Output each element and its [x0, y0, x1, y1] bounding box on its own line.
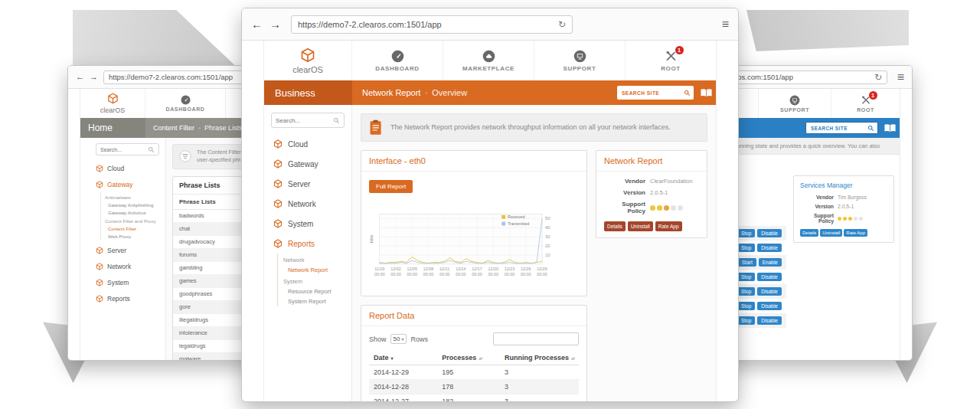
stop-button[interactable]: Stop: [737, 273, 755, 281]
clearos-logo[interactable]: clearOS: [264, 41, 352, 80]
sidebar-item-network[interactable]: Network: [80, 258, 165, 274]
info-banner: The Network Report provides network thro…: [361, 113, 707, 142]
full-report-button[interactable]: Full Report: [369, 180, 413, 193]
site-search-input[interactable]: SEARCH SITE: [805, 122, 878, 134]
sidebar-search-input[interactable]: [100, 147, 148, 152]
panel-title: Network Report: [596, 151, 707, 172]
edition-label: Business: [264, 80, 352, 105]
brand-name: clearOS: [292, 65, 323, 74]
disable-button[interactable]: Disable: [757, 229, 782, 237]
disable-button[interactable]: Disable: [757, 244, 782, 252]
table-row[interactable]: 2014-12-271823: [369, 394, 579, 402]
page-center: clearOS DASHBOARD MARKETPLACE SUPPORT 1 …: [263, 41, 717, 401]
brand-name: clearOS: [100, 106, 126, 114]
sidebar-item-system[interactable]: System: [80, 274, 165, 290]
nav-root[interactable]: 1 ROOT: [626, 41, 716, 80]
stop-button[interactable]: Stop: [737, 316, 755, 325]
details-button[interactable]: Details: [604, 221, 626, 231]
sidebar-item-gateway[interactable]: Gateway: [80, 176, 165, 192]
nav-dashboard[interactable]: DASHBOARD: [352, 41, 443, 80]
report-clipboard-icon: [369, 119, 383, 136]
svg-text:12/20: 12/20: [488, 267, 498, 271]
stop-button[interactable]: Stop: [737, 244, 755, 252]
forward-button[interactable]: →: [90, 73, 98, 81]
svg-text:12/14: 12/14: [456, 267, 466, 271]
user-guide-icon[interactable]: [700, 88, 713, 98]
back-button[interactable]: ←: [76, 73, 84, 81]
stop-button[interactable]: Stop: [737, 229, 755, 237]
browser-menu-icon[interactable]: ≡: [722, 18, 729, 31]
details-button[interactable]: Details: [800, 229, 818, 237]
content-columns: Interface - eth0 Full Report 11/2900:001…: [361, 150, 707, 401]
sidebar-search-input[interactable]: [276, 117, 333, 124]
tree-item-gateway-antivirus[interactable]: Gateway Antivirus: [101, 208, 165, 216]
site-search-placeholder: SEARCH SITE: [622, 90, 684, 96]
forward-button[interactable]: →: [270, 18, 281, 30]
svg-text:00:00: 00:00: [472, 272, 482, 276]
tree-item-network-report[interactable]: Network Report: [278, 265, 351, 275]
back-button[interactable]: ←: [251, 18, 263, 30]
sidebar-item-reports[interactable]: Reports: [80, 290, 165, 306]
nav-dashboard[interactable]: DASHBOARD: [145, 89, 226, 118]
table-row[interactable]: 2014-12-281783: [369, 380, 579, 394]
rate-app-button[interactable]: Rate App: [655, 221, 682, 231]
disable-button[interactable]: Disable: [757, 273, 782, 281]
support-icon: [573, 50, 586, 63]
tree-item-system-report[interactable]: System Report: [278, 296, 351, 306]
column-running-processes[interactable]: Running Processes▴▾: [500, 351, 579, 365]
tree-item-web-proxy[interactable]: Web Proxy: [101, 232, 165, 240]
nav-marketplace[interactable]: MARKETPLACE: [443, 41, 534, 80]
marketplace-icon: [482, 50, 495, 63]
sidebar-item-system[interactable]: System: [264, 214, 351, 234]
sidebar-item-gateway[interactable]: Gateway: [264, 154, 351, 174]
panel-title: Report Data: [361, 306, 586, 326]
sidebar-item-cloud[interactable]: Cloud: [80, 160, 165, 176]
uninstall-button[interactable]: Uninstall: [628, 221, 653, 231]
sidebar-item-reports[interactable]: Reports: [264, 234, 351, 254]
column-processes[interactable]: Processes▴▾: [437, 351, 500, 365]
start-button[interactable]: Start: [738, 258, 756, 267]
enable-button[interactable]: Enable: [759, 258, 782, 267]
nav-support[interactable]: SUPPORT: [758, 89, 831, 118]
reload-icon[interactable]: ↻: [558, 19, 566, 30]
disable-button[interactable]: Disable: [757, 316, 782, 325]
tree-group-antimalware: Antimalware: [101, 192, 165, 201]
stop-button[interactable]: Stop: [737, 287, 755, 296]
site-search-input[interactable]: SEARCH SITE: [617, 86, 694, 100]
url-bar[interactable]: https://demo7-2.clearos.com:1501/app ↻: [291, 15, 573, 34]
sidebar-item-server[interactable]: Server: [80, 242, 165, 258]
sort-icon: ▴▾: [479, 356, 482, 361]
table-row[interactable]: 2014-12-291953: [369, 365, 579, 380]
tree-item-resource-report[interactable]: Resource Report: [278, 286, 351, 296]
nav-support[interactable]: SUPPORT: [534, 41, 626, 80]
page-size-select[interactable]: 50▾: [390, 334, 407, 344]
nav-root[interactable]: 1 ROOT: [831, 89, 900, 118]
table-filter-input[interactable]: [493, 332, 579, 345]
rate-app-button[interactable]: Rate App: [844, 229, 867, 237]
sidebar-tree: Antimalware Gateway Antiphishing Gateway…: [100, 192, 165, 240]
dashboard-icon: [181, 95, 191, 105]
reload-icon[interactable]: ↻: [874, 72, 882, 83]
browser-menu-icon[interactable]: ≡: [897, 70, 904, 84]
clearos-logo[interactable]: clearOS: [80, 89, 145, 118]
disable-button[interactable]: Disable: [757, 302, 782, 310]
tree-item-content-filter[interactable]: Content Filter: [101, 224, 165, 232]
disable-button[interactable]: Disable: [757, 287, 782, 296]
interface-panel: Interface - eth0 Full Report 11/2900:001…: [361, 150, 587, 296]
root-icon: 1: [861, 95, 871, 106]
sidebar-item-network[interactable]: Network: [264, 194, 351, 214]
version-row: Version 2.0.5-1: [604, 189, 699, 196]
user-guide-icon[interactable]: [884, 123, 897, 133]
app-header: clearOS DASHBOARD MARKETPLACE SUPPORT 1 …: [264, 41, 716, 80]
main-content: The Network Report provides network thro…: [352, 105, 716, 401]
sidebar-item-cloud[interactable]: Cloud: [264, 134, 351, 154]
tree-item-gateway-antiphishing[interactable]: Gateway Antiphishing: [101, 201, 165, 208]
stop-button[interactable]: Stop: [737, 302, 755, 310]
column-date[interactable]: Date▾: [369, 351, 437, 365]
sidebar-item-server[interactable]: Server: [264, 174, 351, 194]
uninstall-button[interactable]: Uninstall: [820, 229, 842, 237]
sidebar: Cloud Gateway Server Network System Repo…: [264, 105, 352, 401]
decor-sheet-top-right: [746, 10, 909, 51]
svg-text:12/23: 12/23: [505, 267, 514, 271]
svg-text:12/05: 12/05: [407, 267, 416, 271]
